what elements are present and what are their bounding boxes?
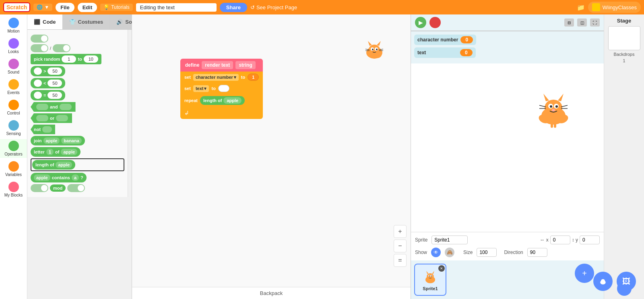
text-var-row: text 0 [414,47,601,58]
share-button[interactable]: Share [220,3,247,12]
tab-costumes[interactable]: 👕 Costumes [63,14,110,29]
globe-icon: 🌐 [37,4,43,10]
or-right-space [56,115,68,121]
equals-block[interactable]: = [31,90,65,100]
less-block[interactable]: < [31,78,65,88]
category-events[interactable]: Events [0,78,27,96]
myblocks-label: My Blocks [4,193,23,197]
x-coord-input[interactable] [550,236,570,244]
category-myblocks[interactable]: My Blocks [0,180,27,199]
contains-block[interactable]: apple contains a ? [31,173,87,182]
add-sprite-button[interactable]: + [575,264,594,283]
globe-button[interactable]: 🌐 ▼ [33,4,52,11]
not-block[interactable]: not [31,125,55,134]
svg-marker-33 [432,271,434,274]
edit-button[interactable]: Edit [78,3,97,12]
text-oval-input[interactable] [218,85,229,92]
length-of-block-canvas[interactable]: length of apple [200,96,245,105]
scratch-logo[interactable]: Scratch [3,2,30,12]
mod-block[interactable]: mod [50,184,66,192]
mod-toggle-1[interactable] [31,184,48,192]
zoom-fit-button[interactable]: = [394,254,407,267]
cat-fab-button[interactable] [593,272,613,291]
category-sound[interactable]: Sound [0,57,27,76]
sprite1-thumb[interactable]: ✕ Sprite1 [414,264,446,296]
toggle-block-2[interactable] [31,44,48,52]
file-button[interactable]: File [56,3,74,12]
less-right-input[interactable] [47,80,62,87]
text-dropdown[interactable]: text ▾ [193,85,209,92]
mod-toggle-2[interactable] [67,184,85,192]
equals-left-input[interactable] [34,92,42,99]
sprite-info-panel: Sprite ↔ x ↕ y Show 👁 🙈 Size Direction [411,232,604,260]
canvas-content[interactable]: define render text string set character … [132,14,411,287]
category-operators[interactable]: Operators [0,139,27,158]
toggle-block-3[interactable] [53,44,70,52]
user-button[interactable]: WiingyClasses [588,2,641,13]
category-sensing[interactable]: Sensing [0,119,27,137]
svg-marker-32 [426,271,429,274]
backpack-label: Backpack [260,290,283,296]
or-block[interactable]: or [31,113,72,123]
set-char-num-block[interactable]: set character number ▾ to 1 [180,72,263,83]
letter-of-block[interactable]: letter 1 of apple [31,147,80,157]
greater-left-input[interactable] [34,68,42,75]
y-coord-input[interactable] [580,236,600,244]
project-title-input[interactable] [136,3,217,12]
contains-block-row: apple contains a ? [31,173,124,182]
folder-button[interactable]: 📁 [577,4,585,11]
see-project-button[interactable]: ↺ See Project Page [250,4,297,10]
render-text-label: render text [205,62,230,68]
stage-medium-btn[interactable]: ◫ [577,18,587,27]
pick-random-from-input[interactable] [62,55,76,63]
character-number-dropdown[interactable]: character number ▾ [193,74,239,81]
looks-label: Looks [8,49,19,54]
tab-code[interactable]: ⬛ Code [27,14,63,29]
zoom-in-button[interactable]: + [394,225,407,238]
string-input[interactable]: string [235,61,255,69]
toggle-block-1[interactable] [31,35,48,43]
show-eye-button[interactable]: 👁 [431,248,441,257]
hide-eye-button[interactable]: 🙈 [445,248,454,257]
pick-random-label: pick random [34,57,60,61]
canvas-cat-sprite [362,39,386,62]
equals-symbol: = [43,93,46,98]
mod-inner: mod [31,184,85,192]
category-variables[interactable]: Variables [0,160,27,178]
tutorials-button[interactable]: 💡 Tutorials [100,4,133,11]
zoom-out-button[interactable]: − [394,240,407,252]
greater-right-input[interactable] [47,68,62,75]
sprite-delete-btn[interactable]: ✕ [438,265,445,272]
less-left-input[interactable] [34,80,42,87]
pick-random-block[interactable]: pick random to [31,54,101,64]
sprite-name-input[interactable] [431,236,468,244]
pick-random-to-input[interactable] [84,55,98,63]
stop-button[interactable] [429,17,441,28]
set-text-block[interactable]: set text ▾ to [180,83,263,94]
set-val-display[interactable]: 1 [248,74,259,81]
stage-fab-button[interactable]: 🖼 [617,272,636,291]
size-input[interactable] [477,248,497,257]
stage-small-btn[interactable]: ⊟ [564,18,574,27]
category-looks[interactable]: Looks [0,37,27,55]
length-of-label: length of [35,162,54,167]
stage-large-btn[interactable]: ⛶ [590,18,600,27]
variables-label: Variables [5,172,22,177]
repeat-block[interactable]: repeat length of apple [180,94,263,107]
apple-in-length[interactable]: apple [223,97,242,104]
length-of-block[interactable]: length of apple [32,160,75,170]
length-of-block-row-selected: length of apple [31,158,124,171]
greater-block[interactable]: > [31,66,65,76]
stage-thumb[interactable] [608,26,640,50]
category-control[interactable]: Control [0,98,27,117]
toggle-handle-2 [41,45,47,51]
equals-right-input[interactable] [47,92,62,99]
render-text-input[interactable]: render text [202,61,233,69]
sprite-panel: ✕ Sprite1 + [411,260,604,299]
green-flag-button[interactable]: ▶ [415,17,426,28]
direction-input[interactable] [527,248,547,257]
and-block[interactable]: and [31,102,76,112]
define-block[interactable]: define render text string [180,59,263,72]
category-motion[interactable]: Motion [0,16,27,35]
join-block[interactable]: join apple banana [31,136,85,145]
